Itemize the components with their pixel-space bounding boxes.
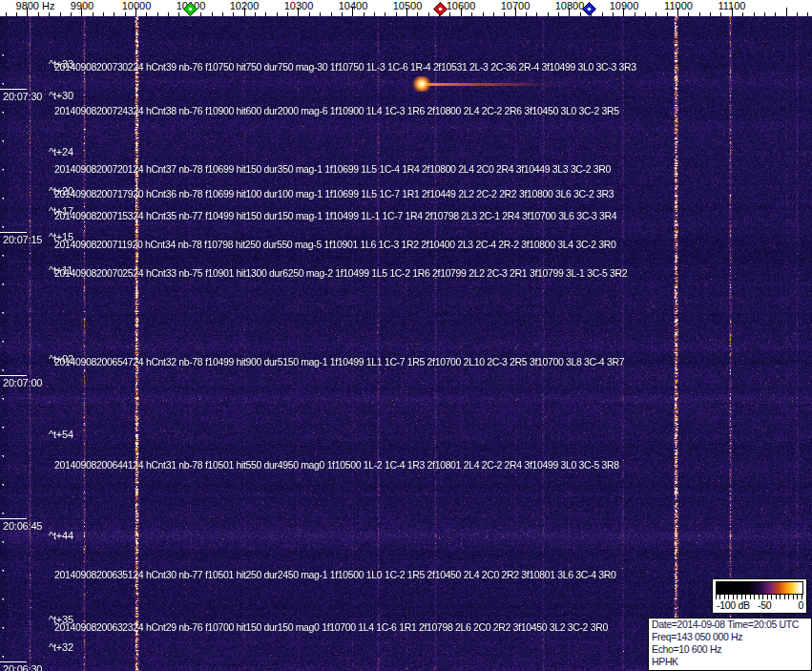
freq-major-tick — [81, 8, 82, 16]
freq-minor-tick — [428, 12, 429, 16]
info-panel: Date=2014-09-08 Time=20:05 UTC Freq=143 … — [648, 618, 812, 671]
legend-db-label: -50 — [758, 599, 771, 611]
freq-minor-tick — [200, 12, 201, 16]
freq-minor-tick — [807, 12, 808, 16]
info-line-echo: Echo=10 600 Hz — [652, 643, 808, 656]
time-label: 20:07:15 — [3, 234, 42, 245]
freq-minor-tick — [71, 12, 72, 16]
time-tick-line — [0, 375, 27, 376]
freq-minor-tick — [558, 12, 559, 16]
freq-minor-tick — [385, 12, 385, 16]
frequency-axis: 9800 Hz 9900 10000 10100 10200 10300 104… — [0, 0, 812, 16]
time-label: 20:06:30 — [3, 663, 42, 671]
freq-minor-tick — [233, 12, 234, 16]
time-tick-line — [0, 89, 27, 90]
freq-tick-label: 11000 — [664, 0, 693, 11]
freq-minor-tick — [471, 12, 472, 16]
freq-minor-tick — [103, 12, 104, 16]
freq-tick-label: 9800 Hz — [16, 0, 55, 11]
freq-minor-tick — [60, 12, 61, 16]
red-diamond-marker-icon[interactable] — [433, 2, 448, 16]
event-detail-text: 20140908200711920 hCnt34 nb-78 f10798 hi… — [54, 239, 616, 250]
event-detail-text: 20140908200715324 hCnt35 nb-77 f10499 hi… — [54, 210, 616, 221]
event-detail-text: 20140908200702524 hCnt33 nb-75 f10901 hi… — [54, 267, 627, 279]
freq-minor-tick — [212, 12, 213, 16]
freq-tick-label: 10000 — [122, 0, 152, 11]
freq-minor-tick — [635, 12, 635, 16]
freq-minor-tick — [602, 12, 603, 16]
freq-minor-tick — [580, 12, 581, 16]
freq-minor-tick — [396, 12, 397, 16]
freq-minor-tick — [526, 12, 527, 16]
spectrogram-window: 9800 Hz 9900 10000 10100 10200 10300 104… — [0, 0, 812, 671]
event-time-offset: ^t+32 — [49, 641, 73, 653]
freq-minor-tick — [178, 12, 179, 16]
freq-major-tick — [623, 8, 624, 16]
freq-minor-tick — [417, 12, 418, 16]
freq-minor-tick — [449, 12, 450, 16]
freq-minor-tick — [764, 12, 765, 16]
freq-minor-tick — [146, 12, 147, 16]
event-detail-text: 20140908200720124 hCnt37 nb-78 f10699 hi… — [54, 163, 611, 175]
intensity-scale-legend: -100 dB -50 0 — [712, 578, 807, 614]
freq-minor-tick — [493, 12, 494, 16]
freq-major-tick — [352, 8, 353, 16]
time-tick-line — [0, 232, 27, 233]
freq-major-tick — [27, 8, 28, 16]
freq-minor-tick — [16, 12, 17, 16]
green-diamond-marker-icon[interactable] — [183, 2, 198, 16]
freq-tick-label: 10500 — [393, 0, 423, 11]
blue-diamond-marker-icon[interactable] — [582, 2, 596, 16]
freq-minor-tick — [168, 12, 169, 16]
freq-minor-tick — [742, 12, 743, 16]
freq-minor-tick — [255, 12, 256, 16]
freq-major-tick — [406, 8, 407, 16]
event-time-offset: ^t+24 — [49, 146, 73, 157]
info-line-freq: Freq=143 050 000 Hz — [652, 631, 808, 643]
event-time-offset: ^t+44 — [49, 530, 73, 541]
freq-minor-tick — [6, 12, 7, 16]
freq-major-tick — [732, 8, 733, 16]
freq-major-tick — [461, 8, 462, 16]
freq-major-tick — [515, 8, 516, 16]
freq-major-tick — [135, 8, 136, 16]
freq-minor-tick — [645, 12, 646, 16]
legend-db-label: -100 dB — [717, 599, 750, 611]
event-detail-text: 20140908200632324 hCnt29 nb-76 f10700 hi… — [54, 621, 608, 633]
freq-minor-tick — [548, 12, 549, 16]
freq-minor-tick — [222, 12, 223, 16]
freq-minor-tick — [364, 12, 364, 16]
time-tick-line — [0, 661, 27, 662]
freq-major-tick — [244, 8, 245, 16]
event-detail-text: 20140908200654724 hCnt32 nb-78 f10499 hi… — [54, 356, 624, 367]
freq-minor-tick — [656, 12, 656, 16]
freq-minor-tick — [331, 12, 332, 16]
freq-major-tick — [298, 8, 299, 16]
freq-minor-tick — [504, 12, 505, 16]
event-detail-text: 20140908200635124 hCnt30 nb-77 f10501 hi… — [54, 569, 616, 580]
freq-minor-tick — [320, 12, 321, 16]
time-label: 20:07:30 — [3, 91, 42, 102]
freq-minor-tick — [277, 12, 278, 16]
freq-minor-tick — [342, 12, 343, 16]
info-line-date: Date=2014-09-08 Time=20:05 UTC — [652, 619, 808, 631]
freq-minor-tick — [49, 12, 50, 16]
time-label: 20:06:45 — [3, 520, 42, 532]
freq-minor-tick — [38, 12, 39, 16]
freq-minor-tick — [710, 12, 711, 16]
freq-major-tick — [786, 8, 787, 16]
freq-minor-tick — [720, 12, 721, 16]
event-detail-text: 20140908200724324 hCnt38 nb-76 f10900 hi… — [54, 105, 619, 116]
event-time-offset: ^t+30 — [49, 90, 73, 101]
freq-minor-tick — [287, 12, 288, 16]
event-detail-text: 20140908200644124 hCnt31 nb-78 f10501 hi… — [54, 459, 619, 471]
freq-minor-tick — [374, 12, 375, 16]
freq-minor-tick — [114, 12, 115, 16]
freq-minor-tick — [754, 12, 755, 16]
freq-major-tick — [569, 8, 570, 16]
event-time-offset: ^t+54 — [49, 429, 73, 440]
freq-minor-tick — [613, 12, 614, 16]
event-detail-text: 20140908200717920 hCnt36 nb-78 f10699 hi… — [54, 188, 614, 199]
time-label: 20:07:00 — [3, 377, 42, 388]
freq-minor-tick — [157, 12, 158, 16]
